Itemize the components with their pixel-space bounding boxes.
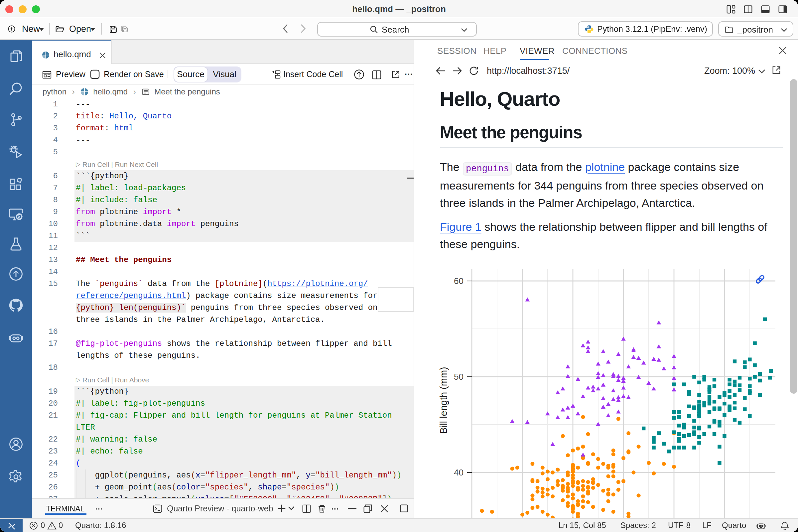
svg-text:Bill length (mm): Bill length (mm)	[438, 367, 449, 434]
svg-text:60: 60	[454, 276, 463, 286]
svg-text:40: 40	[454, 468, 463, 477]
svg-text:50: 50	[454, 372, 463, 382]
